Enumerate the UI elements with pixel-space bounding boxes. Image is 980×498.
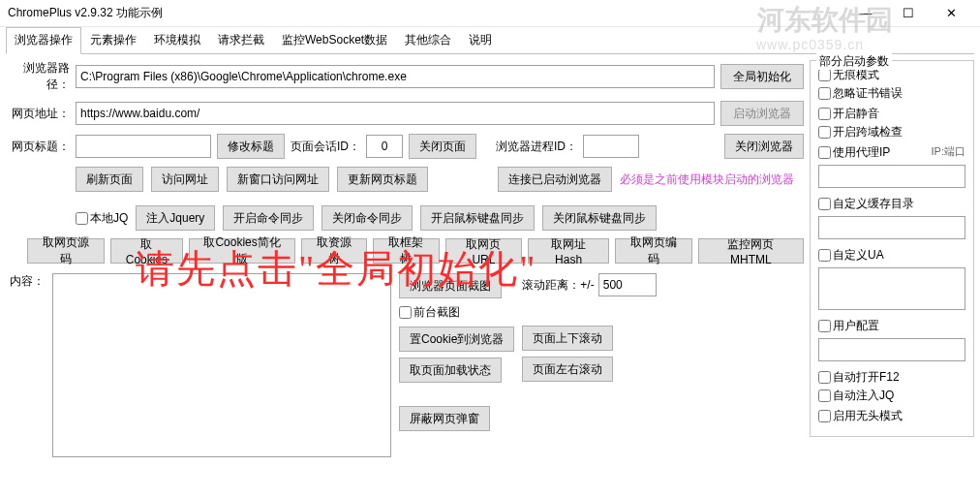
close-button[interactable]: ✕ [930,0,972,27]
tab-bar: 浏览器操作 元素操作 环境模拟 请求拦截 监控WebSocket数据 其他综合 … [6,27,974,54]
minimize-button[interactable]: — [844,0,887,27]
get-frame-tree-button[interactable]: 取框架树 [373,238,439,264]
notice-text: 必须是之前使用模块启动的浏览器 [620,171,794,188]
get-load-status-button[interactable]: 取页面加载状态 [399,358,502,383]
browser-path-label: 浏览器路径： [6,60,70,93]
close-page-button[interactable]: 关闭页面 [409,134,476,159]
refresh-button[interactable]: 刷新页面 [76,167,143,192]
screenshot-button[interactable]: 浏览器页面截图 [399,273,502,298]
custom-ua-input[interactable] [818,267,965,310]
web-url-label: 网页地址： [6,106,70,122]
titlebar: ChromePlus v2.9.32 功能示例 — ☐ ✕ [0,0,980,27]
get-url-hash-button[interactable]: 取网址Hash [528,238,609,264]
custom-ua-checkbox[interactable]: 自定义UA [818,247,884,264]
web-title-input[interactable] [76,135,211,158]
get-cookies-simple-button[interactable]: 取Cookies简化版 [189,238,295,264]
auto-inject-jq-checkbox[interactable]: 自动注入JQ [818,388,894,404]
update-title-button[interactable]: 更新网页标题 [337,167,428,192]
ip-port-label: IP:端口 [932,144,965,161]
maximize-button[interactable]: ☐ [887,0,930,27]
block-popup-button[interactable]: 屏蔽网页弹窗 [399,406,490,431]
get-resource-button[interactable]: 取资源树 [301,238,367,264]
proxy-ip-input[interactable] [818,165,965,188]
global-init-button[interactable]: 全局初始化 [720,64,804,89]
monitor-mhtml-button[interactable]: 监控网页MHTML [698,238,804,264]
user-config-checkbox[interactable]: 用户配置 [818,318,879,334]
modify-title-button[interactable]: 修改标题 [217,134,285,159]
process-id-label: 浏览器进程ID： [496,139,577,155]
open-cmd-sync-button[interactable]: 开启命令同步 [223,205,314,231]
user-config-input[interactable] [818,338,965,361]
tab-websocket[interactable]: 监控WebSocket数据 [273,27,396,53]
get-page-url-button[interactable]: 取网页URL [445,238,523,264]
set-cookie-button[interactable]: 置Cookie到浏览器 [399,327,514,352]
startup-params-group: 部分启动参数 无痕模式 忽略证书错误 开启静音 开启跨域检查 使用代理IP IP… [810,60,974,437]
custom-cache-checkbox[interactable]: 自定义缓存目录 [818,196,914,212]
use-proxy-checkbox[interactable]: 使用代理IP [818,144,890,161]
scroll-distance-label: 滚动距离：+/- [522,277,594,294]
headless-checkbox[interactable]: 启用无头模式 [818,408,903,424]
cache-dir-input[interactable] [818,216,965,239]
open-mouse-sync-button[interactable]: 开启鼠标键盘同步 [420,205,535,231]
auto-f12-checkbox[interactable]: 自动打开F12 [818,369,900,386]
process-id-input[interactable] [583,135,639,158]
web-url-input[interactable] [76,102,715,125]
tab-element-ops[interactable]: 元素操作 [81,27,145,53]
close-mouse-sync-button[interactable]: 关闭鼠标键盘同步 [542,205,657,231]
content-label: 内容： [6,273,45,457]
content-textarea[interactable] [52,273,391,457]
browser-path-input[interactable] [76,65,715,88]
session-id-input[interactable] [366,135,403,158]
tab-env-sim[interactable]: 环境模拟 [145,27,209,53]
tab-other[interactable]: 其他综合 [396,27,460,53]
inject-jquery-button[interactable]: 注入Jquery [136,205,215,231]
tab-browser-ops[interactable]: 浏览器操作 [6,27,81,54]
close-cmd-sync-button[interactable]: 关闭命令同步 [322,205,413,231]
visit-button[interactable]: 访问网址 [151,167,219,192]
close-browser-button[interactable]: 关闭浏览器 [724,134,804,159]
local-jq-checkbox[interactable]: 本地JQ [76,210,128,227]
front-screenshot-checkbox[interactable]: 前台截图 [399,304,460,321]
scroll-ud-button[interactable]: 页面上下滚动 [522,326,613,351]
startup-params-legend: 部分启动参数 [816,53,892,70]
cors-checkbox[interactable]: 开启跨域检查 [818,124,903,140]
connect-started-button[interactable]: 连接已启动浏览器 [498,167,612,192]
scroll-distance-input[interactable] [598,273,657,296]
mute-checkbox[interactable]: 开启静音 [818,106,879,122]
get-cookies-button[interactable]: 取Cookies [110,238,183,264]
ignore-cert-checkbox[interactable]: 忽略证书错误 [818,85,903,102]
tab-request-intercept[interactable]: 请求拦截 [209,27,273,53]
scroll-lr-button[interactable]: 页面左右滚动 [522,357,613,382]
new-window-visit-button[interactable]: 新窗口访问网址 [227,167,329,192]
tab-help[interactable]: 说明 [460,27,501,53]
window-title: ChromePlus v2.9.32 功能示例 [8,5,844,21]
start-browser-button[interactable]: 启动浏览器 [720,101,804,126]
web-title-label: 网页标题： [6,139,70,155]
get-page-encoding-button[interactable]: 取网页编码 [615,238,692,264]
get-source-button[interactable]: 取网页源码 [27,238,105,264]
session-id-label: 页面会话ID： [291,139,360,155]
